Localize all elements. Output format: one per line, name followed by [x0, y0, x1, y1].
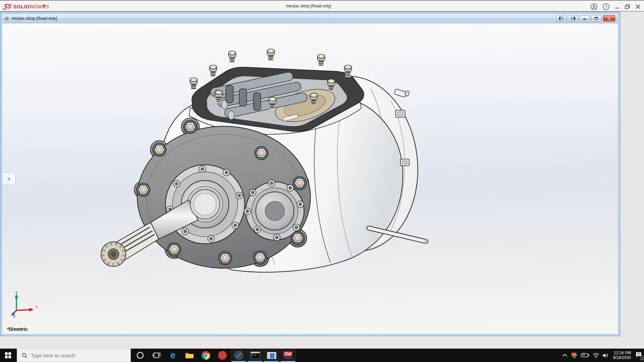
restore-button[interactable]: [625, 4, 631, 9]
axis-x-label: X: [35, 305, 38, 309]
graphics-viewport[interactable]: Y X Z *Dimetric: [2, 23, 618, 334]
close-button[interactable]: [635, 4, 641, 9]
document-window: menjac sklop [Read-only]: [0, 12, 620, 336]
task-view-icon: [152, 352, 161, 359]
pane-left-button[interactable]: [556, 15, 566, 21]
windows-taskbar: e ✂: [0, 349, 644, 362]
taskbar-item-cortana[interactable]: [132, 349, 148, 362]
cortana-icon: [136, 351, 144, 359]
solidworks-2020-icon: SW 2020: [283, 351, 292, 359]
account-icon[interactable]: [590, 3, 598, 10]
vent-stub[interactable]: [394, 89, 410, 98]
hexagon-app-icon: [234, 351, 244, 360]
feature-panel-splitter[interactable]: [2, 172, 16, 185]
taskbar-search[interactable]: [17, 349, 131, 362]
start-button[interactable]: [0, 349, 16, 362]
tray-chevron-icon[interactable]: [562, 354, 568, 357]
view-orientation-label: *Dimetric: [7, 326, 28, 332]
svg-text:?: ?: [605, 4, 607, 9]
taskbar-item-task-view[interactable]: [148, 349, 165, 362]
app-titlebar: ƷS SOLIDWORKS menjac sklop [Read-only] ?: [0, 0, 644, 12]
solidworks-shield-icon[interactable]: SW: [571, 352, 578, 359]
orientation-triad: Y X Z: [11, 292, 40, 318]
taskbar-item-screen-recorder[interactable]: ✂: [214, 349, 230, 362]
taskbar-item-chrome[interactable]: [198, 349, 214, 362]
axis-z-label: Z: [13, 314, 15, 318]
assembly-document-icon: [4, 16, 10, 21]
taskbar-item-solidworks[interactable]: SW 2020: [280, 349, 296, 362]
chrome-icon: [201, 351, 210, 360]
taskbar-item-command-prompt[interactable]: C:\: [247, 349, 263, 362]
svg-text:SW: SW: [572, 353, 576, 356]
taskbar-item-edge[interactable]: e: [165, 349, 181, 362]
taskbar-item-media-app[interactable]: [263, 349, 280, 362]
splitter-dot-icon: [8, 178, 10, 180]
doc-close-button[interactable]: [603, 15, 615, 21]
taskbar-item-hexagon-app[interactable]: [230, 349, 247, 362]
file-explorer-icon: [185, 351, 194, 359]
search-icon: [22, 353, 28, 358]
minimize-button[interactable]: [614, 4, 620, 9]
media-app-icon: [267, 352, 276, 359]
doc-restore-button[interactable]: [591, 15, 601, 21]
edge-icon: e: [170, 351, 175, 360]
command-prompt-icon: C:\: [251, 352, 260, 359]
taskbar-item-file-explorer[interactable]: [181, 349, 198, 362]
axis-y-label: Y: [15, 292, 18, 295]
action-center-button[interactable]: 1: [635, 352, 642, 359]
app-title: menjac sklop [Read-only]: [0, 4, 617, 8]
windows-logo-icon: [5, 352, 11, 358]
help-icon[interactable]: ?: [602, 3, 610, 10]
tray-clock[interactable]: 12:24 PM 9/16/2020: [613, 351, 631, 360]
notification-badge: 1: [640, 356, 644, 360]
wifi-icon[interactable]: [593, 353, 599, 358]
pane-right-button[interactable]: [568, 15, 578, 21]
gearbox-3d-model[interactable]: [2, 23, 618, 334]
screen-recorder-icon: ✂: [218, 351, 227, 360]
battery-icon[interactable]: [581, 353, 590, 358]
tray-date: 9/16/2020: [613, 355, 631, 360]
search-input[interactable]: [31, 353, 115, 358]
document-titlebar[interactable]: menjac sklop [Read-only]: [2, 14, 618, 23]
tray-time: 12:24 PM: [613, 351, 631, 355]
volume-icon[interactable]: [602, 353, 609, 358]
doc-minimize-button[interactable]: [580, 15, 590, 21]
document-title: menjac sklop [Read-only]: [12, 16, 57, 21]
